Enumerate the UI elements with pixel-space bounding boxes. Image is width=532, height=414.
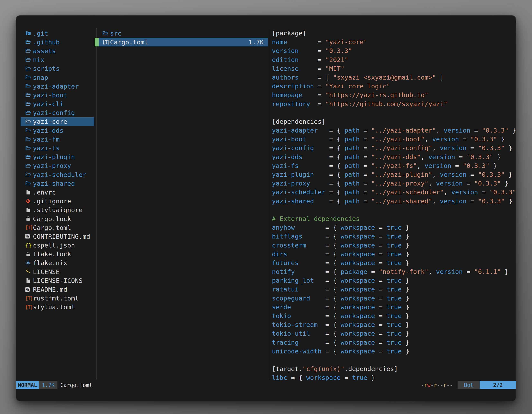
preview-line: futures = { workspace = true } (272, 259, 516, 267)
item-label: yazi-fs (33, 144, 60, 152)
list-item[interactable]: snap (16, 73, 96, 82)
list-item[interactable]: assets (16, 47, 96, 55)
toml-icon: [T] (102, 39, 110, 45)
git-icon (25, 198, 33, 204)
preview-line: [dependencies] (272, 117, 516, 126)
list-item[interactable]: yazi-dds (16, 126, 96, 135)
item-label: flake.lock (33, 250, 71, 258)
folder-open-icon (25, 180, 33, 186)
preview-line: edition = "2021" (272, 55, 516, 64)
list-item[interactable]: flake.lock (16, 250, 96, 259)
item-label: .gitignore (33, 197, 71, 205)
item-label: yazi-cli (33, 100, 63, 108)
list-item[interactable]: M↓CONTRIBUTING.md (16, 232, 96, 241)
list-item[interactable]: .gitignore (16, 197, 96, 206)
folder-open-icon (25, 48, 33, 54)
preview-line: authors = [ "sxyazi <sxyazi@gmail.com>" … (272, 73, 516, 82)
preview-line: repository = "https://github.com/sxyazi/… (272, 100, 516, 108)
list-item[interactable]: nix (16, 55, 96, 64)
item-label: rustfmt.toml (33, 295, 79, 302)
list-item[interactable]: [T]stylua.toml (16, 303, 96, 311)
item-label: .envrc (33, 189, 56, 196)
list-item[interactable]: flake.nix (16, 259, 96, 267)
list-item[interactable]: yazi-core (21, 117, 94, 126)
item-label: yazi-core (33, 118, 67, 125)
item-label: LICENSE-ICONS (33, 277, 83, 284)
list-item[interactable]: .git (16, 29, 96, 38)
preview-line: yazi-shared = { path = "../yazi-shared",… (272, 197, 516, 206)
pane-divider-left (96, 28, 96, 379)
parent-directory-pane: .git.githubassetsnixscriptssnapyazi-adap… (16, 29, 96, 311)
preview-line: crossterm = { workspace = true } (272, 241, 516, 250)
item-label: yazi-config (33, 109, 75, 116)
list-item[interactable]: yazi-config (16, 108, 96, 117)
folder-open-icon (25, 83, 33, 89)
item-label: CONTRIBUTING.md (33, 233, 90, 240)
preview-line: homepage = "https://yazi-rs.github.io" (272, 91, 516, 99)
item-label: yazi-proxy (33, 162, 71, 169)
list-item[interactable]: yazi-fm (16, 135, 96, 144)
list-item[interactable]: LICENSE (16, 267, 96, 276)
preview-line: # External dependencies (272, 214, 516, 223)
markdown-icon: M↓ (25, 234, 33, 239)
list-item[interactable]: Cargo.lock (16, 214, 96, 223)
item-label: cspell.json (33, 241, 75, 249)
yazi-terminal-window: .git.githubassetsnixscriptssnapyazi-adap… (16, 15, 516, 401)
list-item[interactable]: .envrc (16, 188, 96, 197)
list-item[interactable]: [T]Cargo.toml1.7K (95, 38, 268, 47)
item-label: snap (33, 74, 48, 81)
item-label: .github (33, 39, 60, 46)
item-label: Cargo.toml (33, 224, 71, 231)
item-label: yazi-shared (33, 180, 75, 187)
preview-line: bitflags = { workspace = true } (272, 232, 516, 241)
preview-line: name = "yazi-core" (272, 38, 516, 47)
list-item[interactable]: yazi-shared (16, 179, 96, 188)
list-item[interactable]: src (95, 29, 268, 38)
preview-line: version = "0.3.3" (272, 47, 516, 55)
list-item[interactable]: .github (16, 38, 96, 47)
folder-open-icon (25, 101, 33, 107)
item-label: Cargo.lock (33, 215, 71, 222)
folder-open-icon (25, 145, 33, 151)
list-item[interactable]: [T]Cargo.toml (16, 223, 96, 232)
list-item[interactable]: yazi-plugin (16, 153, 96, 161)
list-item[interactable]: yazi-cli (16, 100, 96, 108)
list-item[interactable]: yazi-scheduler (16, 170, 96, 179)
preview-line: scopeguard = { workspace = true } (272, 294, 516, 303)
list-item[interactable]: M↓README.md (16, 285, 96, 294)
toml-icon: [T] (25, 225, 33, 231)
folder-open-icon (25, 154, 33, 160)
preview-line: yazi-boot = { path = "../yazi-boot", ver… (272, 135, 516, 144)
preview-line: unicode-width = { workspace = true } (272, 347, 516, 356)
preview-line (272, 206, 516, 214)
list-item[interactable]: {}cspell.json (16, 241, 96, 250)
list-item[interactable]: scripts (16, 64, 96, 73)
file-permissions: -rw-r--r-- (421, 381, 453, 389)
folder-open-icon (25, 39, 33, 45)
pane-divider-right (269, 28, 269, 379)
file-icon (25, 207, 33, 213)
markdown-icon: M↓ (25, 287, 33, 292)
list-item[interactable]: yazi-fs (16, 144, 96, 152)
item-label: .styluaignore (33, 206, 83, 213)
file-preview-pane[interactable]: [package]name = "yazi-core"version = "0.… (272, 29, 516, 382)
preview-line: anyhow = { workspace = true } (272, 223, 516, 232)
list-item[interactable]: yazi-adapter (16, 82, 96, 91)
preview-line: yazi-dds = { path = "../yazi-dds", versi… (272, 153, 516, 161)
folder-open-icon (25, 75, 33, 80)
json-icon: {} (25, 242, 33, 249)
item-label: scripts (33, 65, 60, 72)
current-directory-pane: src[T]Cargo.toml1.7K (95, 29, 268, 47)
list-item[interactable]: yazi-boot (16, 91, 96, 99)
item-label: yazi-adapter (33, 83, 79, 90)
preview-line: tokio = { workspace = true } (272, 311, 516, 320)
preview-line: license = "MIT" (272, 64, 516, 73)
item-label: yazi-boot (33, 91, 67, 99)
list-item[interactable]: .styluaignore (16, 206, 96, 214)
list-item[interactable]: yazi-proxy (16, 161, 96, 170)
toml-icon: [T] (25, 295, 33, 301)
list-item[interactable]: [T]rustfmt.toml (16, 294, 96, 303)
folder-open-icon (25, 172, 33, 178)
status-bar: NORMAL 1.7K Cargo.toml -rw-r--r-- Bot 2/… (16, 381, 516, 389)
list-item[interactable]: LICENSE-ICONS (16, 276, 96, 285)
